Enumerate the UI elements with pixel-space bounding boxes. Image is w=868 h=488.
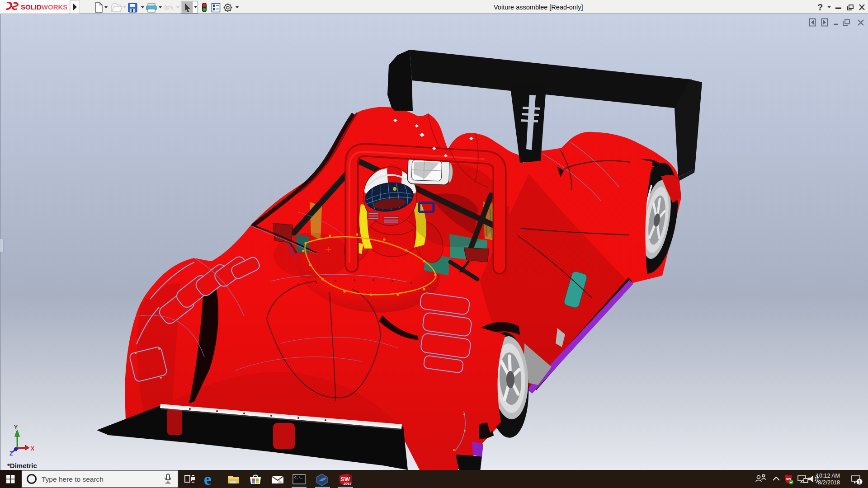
svg-text:SOLIDWORKS: SOLIDWORKS — [21, 3, 67, 11]
svg-text:2017: 2017 — [344, 482, 352, 486]
svg-text:Y: Y — [14, 424, 18, 431]
svg-text:Type here to search: Type here to search — [42, 475, 104, 483]
svg-text:10:12 AM: 10:12 AM — [816, 473, 840, 479]
svg-text:Z: Z — [9, 450, 13, 457]
svg-text:1: 1 — [858, 479, 861, 484]
svg-text:C:\_: C:\_ — [294, 475, 303, 479]
svg-text:*Dimetric: *Dimetric — [7, 462, 37, 469]
svg-text:e: e — [204, 470, 211, 488]
svg-text:8/2/2018: 8/2/2018 — [818, 479, 840, 486]
svg-text:?: ? — [817, 2, 823, 12]
svg-text:Voiture assomblee [Read-only]: Voiture assomblee [Read-only] — [494, 4, 583, 11]
svg-text:X: X — [31, 446, 34, 452]
